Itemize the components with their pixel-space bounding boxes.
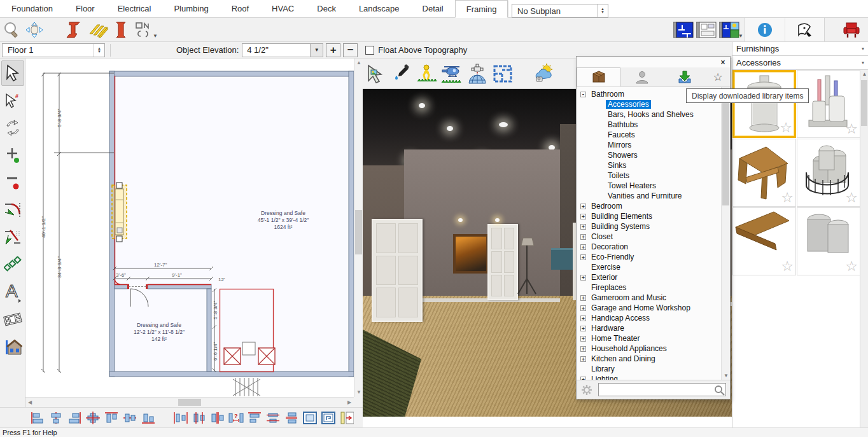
perspective-view-button[interactable] — [718, 19, 741, 41]
library-tree-item[interactable]: + Hardware — [579, 323, 730, 333]
elevation-increase-button[interactable]: + — [326, 43, 340, 57]
library-tree-item[interactable]: Fireplaces — [579, 282, 730, 293]
tree-expander-icon[interactable]: + — [580, 204, 586, 209]
walkthrough-3d-button[interactable] — [414, 60, 439, 88]
filter-gear-icon[interactable] — [580, 384, 593, 396]
tree-expander-icon[interactable]: + — [580, 346, 586, 352]
library-tree-item[interactable]: + Closet — [579, 232, 730, 242]
tree-expander-icon[interactable]: + — [580, 214, 586, 219]
library-tree-item[interactable]: + Building Systems — [579, 221, 730, 232]
library-tree-item[interactable]: + Household Appliances — [579, 343, 730, 354]
library-tree-item[interactable]: + Lighting — [579, 374, 730, 380]
tab-favorites[interactable]: ☆ — [706, 67, 730, 87]
library-tree-item[interactable]: Vanities and Furniture — [579, 191, 730, 201]
select-3d-button[interactable] — [363, 60, 388, 88]
favorite-star-icon[interactable]: ☆ — [845, 190, 858, 206]
align-centers-v-button[interactable] — [120, 410, 139, 426]
break-line-button[interactable] — [1, 197, 24, 223]
plan-horizontal-scrollbar[interactable]: ◀ ▶ — [25, 397, 354, 407]
menu-tab[interactable]: Floor — [64, 0, 106, 17]
menu-tab[interactable]: Plumbing — [162, 0, 220, 17]
tree-scroll-thumb[interactable] — [722, 97, 729, 205]
align-centers-h-button[interactable] — [46, 410, 65, 426]
library-item-toothbrush-holder[interactable]: ☆ — [797, 70, 860, 138]
library-tree-item[interactable]: + Eco-Friendly — [579, 252, 730, 262]
layout-view-button[interactable] — [695, 19, 718, 41]
match-spacing-query-button[interactable]: ? — [227, 410, 245, 426]
library-tree-item[interactable]: + Gameroom and Music — [579, 293, 730, 303]
floor-select[interactable]: Floor 1 ▲▼ — [2, 43, 105, 57]
right-panel-scrollbar[interactable]: ▲ — [860, 70, 868, 427]
tree-expander-icon[interactable]: + — [580, 254, 586, 260]
plan-view-button[interactable] — [672, 19, 695, 41]
furniture-library-button[interactable] — [835, 19, 868, 41]
space-gaps-h-button[interactable] — [208, 410, 227, 426]
joist-tool-button[interactable] — [87, 19, 109, 41]
tree-expander-icon[interactable]: + — [580, 336, 586, 342]
edge-tool-button[interactable] — [337, 410, 356, 426]
library-item-towel-basket[interactable]: ☆ — [797, 139, 860, 207]
floor-plan-view[interactable]: 40'-1 1/2" 5'-8 3/4" 34'-3 3/4" 12'-7" 3… — [25, 59, 354, 397]
stack-gaps-v-button[interactable] — [282, 410, 300, 426]
annotation-pen-button[interactable] — [785, 18, 824, 41]
tree-expander-icon[interactable]: + — [580, 295, 586, 301]
favorite-star-icon[interactable]: ☆ — [780, 120, 792, 136]
text-tool-button[interactable]: A — [1, 279, 24, 305]
scroll-up-arrow[interactable]: ▲ — [354, 59, 363, 67]
object-elevation-dropdown[interactable]: ▼ — [310, 44, 323, 57]
library-tree-item[interactable]: Toilets — [579, 170, 730, 181]
tree-expander-icon[interactable]: + — [580, 244, 586, 250]
library-tree-item[interactable]: Sinks — [579, 160, 730, 170]
library-tree-item[interactable]: + Decoration — [579, 242, 730, 252]
favorite-star-icon[interactable]: ☆ — [845, 121, 858, 137]
scroll-up-arrow[interactable]: ▲ — [860, 71, 868, 77]
steel-beam-tool-button[interactable] — [64, 19, 87, 41]
stack-centers-v-button[interactable] — [263, 410, 282, 426]
draw-line-button[interactable] — [1, 170, 24, 195]
library-tree-item[interactable]: + Garage and Home Workshop — [579, 303, 730, 313]
orbit-camera-button[interactable] — [465, 60, 490, 88]
category-header[interactable]: Furnishings ▾ — [732, 42, 868, 56]
scroll-left-arrow[interactable]: ◀ — [25, 398, 34, 408]
hscroll-thumb[interactable] — [178, 399, 201, 406]
library-tree-item[interactable]: + Exterior — [579, 272, 730, 282]
library-tree-item[interactable]: Library — [579, 364, 730, 374]
tree-expander-icon[interactable]: + — [580, 377, 586, 380]
object-elevation-select[interactable]: 4 1/2" ▼ — [242, 43, 323, 57]
subplan-select[interactable]: No Subplan ▲▼ — [512, 4, 608, 18]
subplan-spinner[interactable]: ▲▼ — [597, 4, 608, 17]
library-item-glass-canister[interactable]: ☆ — [732, 70, 796, 138]
menu-tab[interactable]: Detail — [411, 0, 455, 17]
view-dropdown[interactable]: ▼ — [738, 33, 743, 39]
space-centers-h-button[interactable] — [190, 410, 208, 426]
tree-expander-icon[interactable]: + — [580, 356, 586, 362]
align-both-centers-button[interactable] — [83, 410, 102, 426]
framing-tools-dropdown[interactable]: ▼ — [153, 33, 158, 39]
library-item-corner-table[interactable]: ☆ — [732, 139, 796, 207]
align-left-edges-button[interactable] — [28, 410, 46, 426]
library-tree-item[interactable]: Showers — [579, 150, 730, 160]
framing-shapes-tool-button[interactable] — [132, 19, 155, 41]
favorite-star-icon[interactable]: ☆ — [781, 258, 794, 275]
library-tree-item[interactable]: + Bedroom — [579, 201, 730, 211]
menu-tab[interactable]: Framing — [455, 0, 508, 18]
favorite-star-icon[interactable]: ☆ — [781, 190, 794, 206]
draw-point-button[interactable] — [1, 142, 24, 168]
library-tree-item[interactable]: + Home Theater — [579, 333, 730, 343]
menu-tab[interactable]: Electrical — [106, 0, 163, 17]
vscroll-thumb[interactable] — [355, 210, 362, 254]
menu-tab[interactable]: Deck — [305, 0, 347, 17]
library-tree-scrollbar[interactable]: ▲ ▼ — [721, 87, 730, 380]
eyedropper-button[interactable] — [388, 60, 414, 88]
library-item-wood-shelf[interactable]: ☆ — [732, 207, 796, 275]
select-arrow-button[interactable] — [1, 60, 24, 86]
align-bottom-edges-button[interactable] — [139, 410, 157, 426]
align-top-edges-button[interactable] — [102, 410, 120, 426]
align-right-edges-button[interactable] — [65, 410, 83, 426]
library-tree-item[interactable]: Mirrors — [579, 140, 730, 150]
camera-elevation-button[interactable] — [1, 334, 24, 359]
tree-expander-icon[interactable]: + — [580, 305, 586, 311]
float-above-topography-checkbox[interactable] — [365, 46, 374, 55]
info-button[interactable] — [745, 18, 785, 41]
select-similar-button[interactable]: # — [1, 88, 24, 113]
